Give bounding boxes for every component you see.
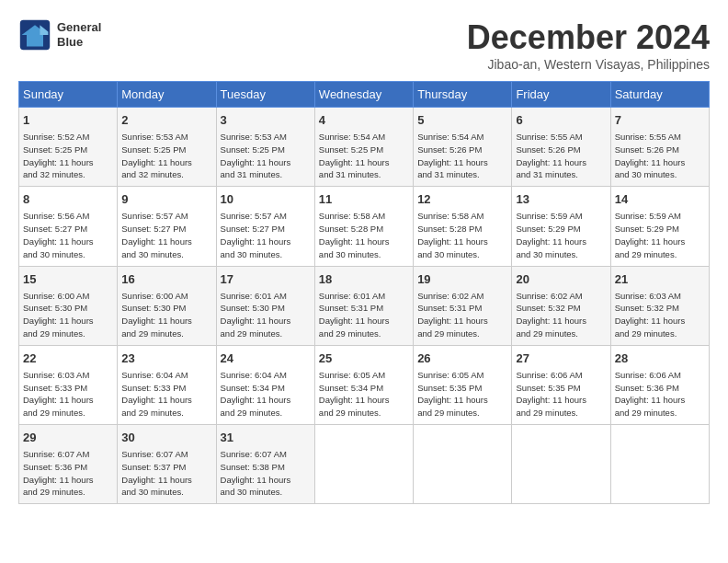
day-info: Sunrise: 6:02 AM Sunset: 5:31 PM Dayligh…: [417, 290, 507, 340]
day-number: 14: [615, 191, 705, 208]
header-tuesday: Tuesday: [216, 82, 314, 108]
day-number: 20: [516, 271, 606, 288]
day-info: Sunrise: 6:04 AM Sunset: 5:34 PM Dayligh…: [221, 369, 311, 419]
table-row: 2Sunrise: 5:53 AM Sunset: 5:25 PM Daylig…: [118, 108, 216, 187]
table-row: 5Sunrise: 5:54 AM Sunset: 5:26 PM Daylig…: [414, 108, 512, 187]
logo-line1: General: [57, 20, 101, 35]
table-row: [512, 425, 610, 504]
day-info: Sunrise: 6:07 AM Sunset: 5:36 PM Dayligh…: [23, 448, 113, 499]
table-row: 31Sunrise: 6:07 AM Sunset: 5:38 PM Dayli…: [216, 425, 314, 504]
day-number: 24: [221, 350, 311, 367]
table-row: 27Sunrise: 6:06 AM Sunset: 5:35 PM Dayli…: [512, 345, 610, 424]
calendar-week-1: 1Sunrise: 5:52 AM Sunset: 5:25 PM Daylig…: [19, 108, 710, 187]
day-number: 1: [23, 112, 113, 129]
table-row: 4Sunrise: 5:54 AM Sunset: 5:25 PM Daylig…: [314, 108, 413, 187]
day-info: Sunrise: 5:53 AM Sunset: 5:25 PM Dayligh…: [221, 131, 311, 181]
day-number: 6: [516, 112, 606, 129]
day-number: 5: [417, 112, 507, 129]
table-row: 14Sunrise: 5:59 AM Sunset: 5:29 PM Dayli…: [610, 187, 709, 266]
day-info: Sunrise: 5:55 AM Sunset: 5:26 PM Dayligh…: [615, 131, 705, 181]
table-row: 19Sunrise: 6:02 AM Sunset: 5:31 PM Dayli…: [414, 266, 512, 345]
table-row: 17Sunrise: 6:01 AM Sunset: 5:30 PM Dayli…: [216, 266, 314, 345]
logo-line2: Blue: [57, 35, 101, 50]
day-info: Sunrise: 5:57 AM Sunset: 5:27 PM Dayligh…: [121, 210, 211, 260]
calendar-week-4: 22Sunrise: 6:03 AM Sunset: 5:33 PM Dayli…: [19, 345, 710, 424]
day-number: 27: [516, 350, 606, 367]
header-sunday: Sunday: [19, 82, 118, 108]
day-number: 31: [221, 430, 311, 446]
day-number: 23: [121, 350, 211, 367]
day-number: 4: [319, 112, 409, 129]
calendar-week-5: 29Sunrise: 6:07 AM Sunset: 5:36 PM Dayli…: [19, 425, 710, 504]
day-info: Sunrise: 6:02 AM Sunset: 5:32 PM Dayligh…: [516, 290, 606, 340]
table-row: 6Sunrise: 5:55 AM Sunset: 5:26 PM Daylig…: [512, 108, 610, 187]
day-info: Sunrise: 5:59 AM Sunset: 5:29 PM Dayligh…: [615, 210, 705, 260]
table-row: 3Sunrise: 5:53 AM Sunset: 5:25 PM Daylig…: [216, 108, 314, 187]
day-info: Sunrise: 6:05 AM Sunset: 5:35 PM Dayligh…: [417, 369, 507, 419]
day-info: Sunrise: 5:58 AM Sunset: 5:28 PM Dayligh…: [319, 210, 409, 260]
day-number: 7: [615, 112, 705, 129]
table-row: 1Sunrise: 5:52 AM Sunset: 5:25 PM Daylig…: [19, 108, 118, 187]
logo: General Blue: [18, 18, 101, 52]
day-number: 16: [121, 271, 211, 288]
table-row: 16Sunrise: 6:00 AM Sunset: 5:30 PM Dayli…: [118, 266, 216, 345]
table-row: 21Sunrise: 6:03 AM Sunset: 5:32 PM Dayli…: [610, 266, 709, 345]
day-info: Sunrise: 5:54 AM Sunset: 5:26 PM Dayligh…: [417, 131, 507, 181]
day-info: Sunrise: 6:06 AM Sunset: 5:35 PM Dayligh…: [516, 369, 606, 419]
calendar-table: Sunday Monday Tuesday Wednesday Thursday…: [18, 81, 710, 504]
header-wednesday: Wednesday: [314, 82, 413, 108]
day-number: 9: [121, 191, 211, 208]
day-info: Sunrise: 5:57 AM Sunset: 5:27 PM Dayligh…: [221, 210, 311, 260]
day-number: 25: [319, 350, 409, 367]
day-number: 15: [23, 271, 113, 288]
table-row: 22Sunrise: 6:03 AM Sunset: 5:33 PM Dayli…: [19, 345, 118, 424]
table-row: 26Sunrise: 6:05 AM Sunset: 5:35 PM Dayli…: [414, 345, 512, 424]
header-thursday: Thursday: [414, 82, 512, 108]
day-info: Sunrise: 6:04 AM Sunset: 5:33 PM Dayligh…: [121, 369, 211, 419]
day-number: 17: [221, 271, 311, 288]
day-info: Sunrise: 5:54 AM Sunset: 5:25 PM Dayligh…: [319, 131, 409, 181]
header-row: Sunday Monday Tuesday Wednesday Thursday…: [19, 82, 710, 108]
title-area: December 2024 Jibao-an, Western Visayas,…: [467, 18, 710, 72]
day-number: 13: [516, 191, 606, 208]
day-number: 29: [23, 430, 113, 446]
table-row: 11Sunrise: 5:58 AM Sunset: 5:28 PM Dayli…: [314, 187, 413, 266]
table-row: 8Sunrise: 5:56 AM Sunset: 5:27 PM Daylig…: [19, 187, 118, 266]
day-info: Sunrise: 6:00 AM Sunset: 5:30 PM Dayligh…: [121, 290, 211, 340]
header-friday: Friday: [512, 82, 610, 108]
day-number: 3: [221, 112, 311, 129]
day-number: 8: [23, 191, 113, 208]
day-number: 30: [121, 430, 211, 446]
day-info: Sunrise: 6:07 AM Sunset: 5:37 PM Dayligh…: [121, 448, 211, 499]
day-info: Sunrise: 6:03 AM Sunset: 5:32 PM Dayligh…: [615, 290, 705, 340]
table-row: 10Sunrise: 5:57 AM Sunset: 5:27 PM Dayli…: [216, 187, 314, 266]
table-row: 7Sunrise: 5:55 AM Sunset: 5:26 PM Daylig…: [610, 108, 709, 187]
table-row: 18Sunrise: 6:01 AM Sunset: 5:31 PM Dayli…: [314, 266, 413, 345]
day-number: 11: [319, 191, 409, 208]
day-number: 22: [23, 350, 113, 367]
page-header: General Blue December 2024 Jibao-an, Wes…: [18, 18, 710, 72]
header-monday: Monday: [118, 82, 216, 108]
table-row: [414, 425, 512, 504]
day-number: 2: [121, 112, 211, 129]
table-row: 12Sunrise: 5:58 AM Sunset: 5:28 PM Dayli…: [414, 187, 512, 266]
table-row: 25Sunrise: 6:05 AM Sunset: 5:34 PM Dayli…: [314, 345, 413, 424]
table-row: 23Sunrise: 6:04 AM Sunset: 5:33 PM Dayli…: [118, 345, 216, 424]
header-saturday: Saturday: [610, 82, 709, 108]
day-info: Sunrise: 5:55 AM Sunset: 5:26 PM Dayligh…: [516, 131, 606, 181]
table-row: 9Sunrise: 5:57 AM Sunset: 5:27 PM Daylig…: [118, 187, 216, 266]
table-row: 20Sunrise: 6:02 AM Sunset: 5:32 PM Dayli…: [512, 266, 610, 345]
table-row: 30Sunrise: 6:07 AM Sunset: 5:37 PM Dayli…: [118, 425, 216, 504]
day-number: 26: [417, 350, 507, 367]
calendar-week-3: 15Sunrise: 6:00 AM Sunset: 5:30 PM Dayli…: [19, 266, 710, 345]
day-number: 21: [615, 271, 705, 288]
day-info: Sunrise: 5:58 AM Sunset: 5:28 PM Dayligh…: [417, 210, 507, 260]
table-row: 29Sunrise: 6:07 AM Sunset: 5:36 PM Dayli…: [19, 425, 118, 504]
day-info: Sunrise: 5:53 AM Sunset: 5:25 PM Dayligh…: [121, 131, 211, 181]
table-row: 24Sunrise: 6:04 AM Sunset: 5:34 PM Dayli…: [216, 345, 314, 424]
logo-icon: [18, 18, 51, 52]
day-info: Sunrise: 6:07 AM Sunset: 5:38 PM Dayligh…: [221, 448, 311, 499]
day-info: Sunrise: 6:01 AM Sunset: 5:31 PM Dayligh…: [319, 290, 409, 340]
table-row: [314, 425, 413, 504]
day-number: 10: [221, 191, 311, 208]
